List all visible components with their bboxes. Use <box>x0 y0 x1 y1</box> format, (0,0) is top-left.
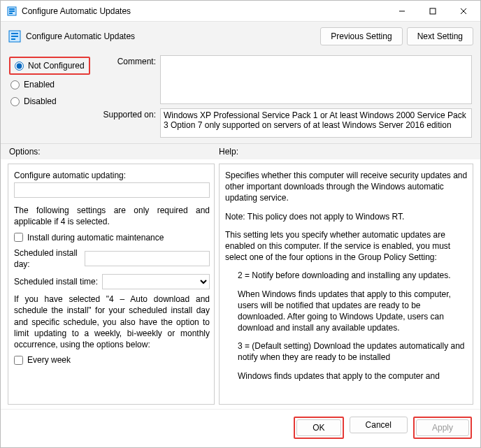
ok-highlight: OK <box>294 417 343 439</box>
scheduled-time-label: Scheduled install time: <box>14 276 98 287</box>
radio-enabled[interactable]: Enabled <box>9 76 100 93</box>
supported-label: Supported on: <box>100 108 160 120</box>
scheduled-day-row: Scheduled install day: <box>14 247 210 270</box>
apply-button[interactable]: Apply <box>416 419 469 436</box>
header-title: Configure Automatic Updates <box>26 31 316 41</box>
not-configured-highlight: Not Configured <box>9 57 90 75</box>
options-panel: Configure automatic updating: The follow… <box>8 164 215 405</box>
svg-rect-5 <box>430 8 436 14</box>
section-labels: Options: Help: <box>1 143 480 159</box>
footer: OK Cancel Apply <box>1 409 480 447</box>
help-p2: Note: This policy does not apply to Wind… <box>225 211 468 222</box>
every-week-checkbox[interactable] <box>14 356 23 365</box>
comment-textarea[interactable] <box>160 55 472 104</box>
every-week-label: Every week <box>27 354 71 366</box>
window: Configure Automatic Updates Configure Au… <box>0 0 481 448</box>
svg-rect-2 <box>9 10 15 12</box>
svg-rect-3 <box>9 13 13 14</box>
options-heading: Options: <box>9 147 219 157</box>
help-p3: This setting lets you specify whether au… <box>225 229 468 263</box>
svg-rect-9 <box>11 33 18 34</box>
configure-updating-select[interactable] <box>14 182 210 198</box>
radio-enabled-input[interactable] <box>10 80 20 89</box>
comment-label: Comment: <box>100 55 160 66</box>
install-maintenance-checkbox[interactable] <box>14 233 23 242</box>
help-p5: When Windows finds updates that apply to… <box>238 289 468 334</box>
radio-disabled-input[interactable] <box>10 97 20 106</box>
comment-row: Comment: <box>100 55 472 104</box>
scheduled-day-label: Scheduled install day: <box>14 247 80 270</box>
scheduled-time-row: Scheduled install time: <box>14 274 210 289</box>
scheduled-day-input[interactable] <box>85 251 210 266</box>
fields-column: Comment: Supported on: Windows XP Profes… <box>100 55 472 138</box>
svg-rect-10 <box>11 36 18 37</box>
help-p7: Windows finds updates that apply to the … <box>238 370 468 382</box>
radio-not-configured-input[interactable] <box>15 62 24 71</box>
policy-icon <box>8 29 22 43</box>
header-row: Configure Automatic Updates Previous Set… <box>1 22 480 51</box>
radio-disabled[interactable]: Disabled <box>9 93 100 110</box>
scheduled-time-select[interactable] <box>102 274 210 289</box>
close-button[interactable] <box>448 1 479 21</box>
options-paragraph: If you have selected "4 – Auto download … <box>14 294 210 350</box>
configure-updating-label: Configure automatic updating: <box>14 170 210 181</box>
svg-rect-11 <box>11 38 15 40</box>
supported-row: Supported on: Windows XP Professional Se… <box>100 108 472 138</box>
cancel-button[interactable]: Cancel <box>350 417 408 433</box>
radio-not-configured-label: Not Configured <box>28 61 85 71</box>
help-panel: Specifies whether this computer will rec… <box>219 164 473 405</box>
radio-enabled-label: Enabled <box>24 80 55 89</box>
policy-icon <box>6 6 17 17</box>
titlebar: Configure Automatic Updates <box>1 1 480 22</box>
window-controls <box>387 1 479 21</box>
apply-highlight: Apply <box>413 417 472 439</box>
help-p4: 2 = Notify before downloading and instal… <box>238 270 468 281</box>
next-setting-button[interactable]: Next Setting <box>407 27 473 45</box>
ok-button[interactable]: OK <box>296 419 340 436</box>
maximize-button[interactable] <box>417 1 448 21</box>
previous-setting-button[interactable]: Previous Setting <box>320 27 402 45</box>
minimize-button[interactable] <box>387 1 417 21</box>
install-maintenance-label: Install during automatic maintenance <box>27 232 164 243</box>
help-heading: Help: <box>219 147 238 157</box>
config-area: Not Configured Enabled Disabled Comment:… <box>1 51 480 143</box>
panels: Configure automatic updating: The follow… <box>1 159 480 409</box>
radio-disabled-label: Disabled <box>24 96 57 106</box>
window-title: Configure Automatic Updates <box>22 6 387 16</box>
every-week-checkbox-row[interactable]: Every week <box>14 354 210 366</box>
svg-rect-1 <box>9 8 15 10</box>
help-p1: Specifies whether this computer will rec… <box>225 170 468 204</box>
configure-updating-block: Configure automatic updating: <box>14 170 210 198</box>
install-maintenance-checkbox-row[interactable]: Install during automatic maintenance <box>14 232 210 243</box>
help-p6: 3 = (Default setting) Download the updat… <box>238 340 468 363</box>
state-radio-group: Not Configured Enabled Disabled <box>9 55 100 138</box>
supported-text: Windows XP Professional Service Pack 1 o… <box>160 108 472 138</box>
radio-not-configured[interactable]: Not Configured <box>15 61 85 71</box>
options-note: The following settings are only required… <box>14 205 210 227</box>
